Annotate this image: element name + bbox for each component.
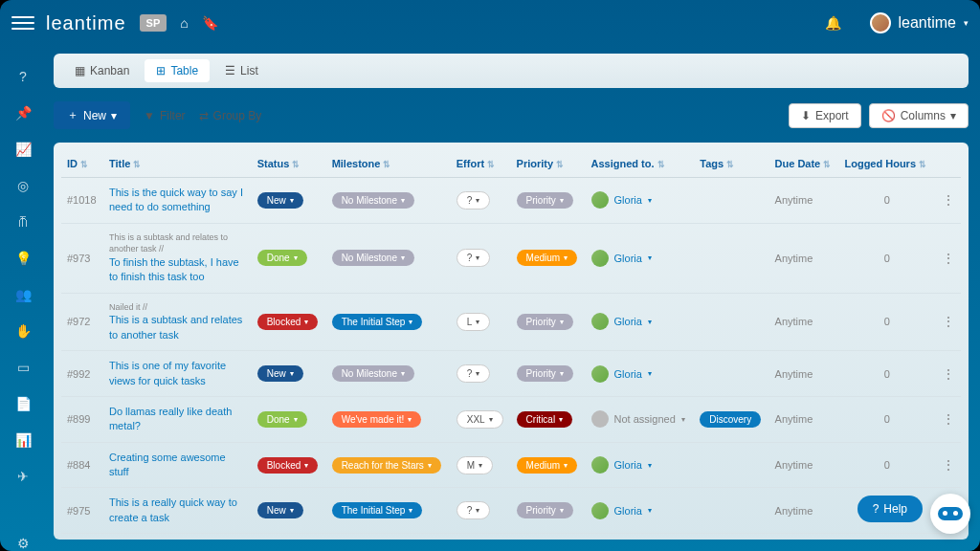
tab-list[interactable]: ☰ List xyxy=(213,59,270,82)
sidebar-doc-icon[interactable]: 📄 xyxy=(15,396,31,411)
effort-pill[interactable]: ? ▾ xyxy=(457,501,491,519)
row-menu-icon[interactable]: ⋮ xyxy=(935,223,961,293)
new-button[interactable]: ＋ New ▾ xyxy=(54,101,130,129)
milestone-pill[interactable]: No Milestone ▾ xyxy=(332,250,414,266)
effort-pill[interactable]: ? ▾ xyxy=(457,191,491,209)
col-milestone[interactable]: Milestone⇅ xyxy=(326,150,451,178)
sidebar-report-icon[interactable]: 📊 xyxy=(15,432,31,448)
assignee-select[interactable]: Gloria ▾ xyxy=(591,250,689,267)
user-menu[interactable]: leantime ▾ xyxy=(870,12,969,33)
col-id[interactable]: ID⇅ xyxy=(61,150,103,178)
status-pill[interactable]: New ▾ xyxy=(257,192,303,209)
sidebar-bulb-icon[interactable]: 💡 xyxy=(15,251,31,266)
bookmark-icon[interactable]: 🔖 xyxy=(202,15,218,31)
cell-due[interactable]: Anytime xyxy=(769,293,839,350)
effort-pill[interactable]: ? ▾ xyxy=(457,249,491,267)
col-status[interactable]: Status⇅ xyxy=(252,150,326,178)
col-assigned[interactable]: Assigned to.⇅ xyxy=(586,150,695,178)
milestone-pill[interactable]: No Milestone ▾ xyxy=(332,192,414,209)
export-button[interactable]: ⬇ Export xyxy=(789,103,861,128)
tag-pill[interactable]: Discovery xyxy=(700,411,761,428)
status-pill[interactable]: New ▾ xyxy=(257,365,303,382)
cell-title[interactable]: This is a really quick way to create a t… xyxy=(103,488,252,534)
sidebar-people-icon[interactable]: 👥 xyxy=(15,287,31,302)
status-pill[interactable]: Blocked ▾ xyxy=(257,314,319,330)
col-tags[interactable]: Tags⇅ xyxy=(694,150,768,178)
cell-title[interactable]: This is the quick way to say I need to d… xyxy=(103,178,252,224)
cell-title[interactable]: Creating some awesome stuff xyxy=(103,442,252,488)
milestone-pill[interactable]: The Initial Step ▾ xyxy=(332,502,423,518)
assignee-select[interactable]: Gloria ▾ xyxy=(591,313,689,330)
status-pill[interactable]: Blocked ▾ xyxy=(257,457,319,474)
milestone-pill[interactable]: We've made it! ▾ xyxy=(332,411,422,428)
effort-pill[interactable]: L ▾ xyxy=(457,313,491,331)
assignee-select[interactable]: Gloria ▾ xyxy=(591,502,689,519)
col-logged[interactable]: Logged Hours⇅ xyxy=(838,150,935,178)
milestone-pill[interactable]: The Initial Step ▾ xyxy=(332,314,423,330)
columns-button[interactable]: 🚫 Columns ▾ xyxy=(869,103,969,128)
cell-due[interactable]: Anytime xyxy=(769,351,839,397)
effort-pill[interactable]: ? ▾ xyxy=(457,364,491,383)
workspace-badge[interactable]: SP xyxy=(140,14,167,32)
sidebar-book-icon[interactable]: ▭ xyxy=(15,360,31,375)
cell-due[interactable]: Anytime xyxy=(769,223,839,293)
assignee-select[interactable]: Gloria ▾ xyxy=(591,191,689,209)
sidebar-pin-icon[interactable]: 📌 xyxy=(15,105,31,121)
tab-table[interactable]: ⊞ Table xyxy=(145,59,210,82)
row-menu-icon[interactable]: ⋮ xyxy=(935,178,961,224)
priority-pill[interactable]: Medium ▾ xyxy=(517,250,578,266)
filter-button[interactable]: ▼ Filter xyxy=(144,109,186,122)
priority-pill[interactable]: Priority ▾ xyxy=(517,314,573,330)
col-due[interactable]: Due Date⇅ xyxy=(769,150,839,178)
cell-title[interactable]: Do llamas really like death metal? xyxy=(103,396,252,442)
status-pill[interactable]: New ▾ xyxy=(257,502,303,518)
sidebar-send-icon[interactable]: ✈ xyxy=(15,469,31,484)
status-pill[interactable]: Done ▾ xyxy=(257,250,307,266)
row-menu-icon[interactable]: ⋮ xyxy=(935,293,961,350)
row-menu-icon[interactable]: ⋮ xyxy=(935,351,961,397)
sidebar-flow-icon[interactable]: ⫚ xyxy=(15,214,31,230)
sidebar-settings-icon[interactable]: ⚙ xyxy=(15,536,31,551)
row-menu-icon[interactable]: ⋮ xyxy=(935,396,961,442)
priority-pill[interactable]: Priority ▾ xyxy=(517,365,573,382)
tab-kanban[interactable]: ▦ Kanban xyxy=(63,59,141,82)
avatar xyxy=(591,410,609,428)
assignee-select[interactable]: Not assigned ▾ xyxy=(591,410,689,428)
col-effort[interactable]: Effort⇅ xyxy=(451,150,511,178)
effort-pill[interactable]: XXL ▾ xyxy=(457,410,503,429)
sidebar-help-icon[interactable]: ? xyxy=(15,69,31,84)
assignee-select[interactable]: Gloria ▾ xyxy=(591,365,689,383)
home-icon[interactable]: ⌂ xyxy=(180,15,188,31)
priority-pill[interactable]: Medium ▾ xyxy=(517,457,578,474)
cell-due[interactable]: Anytime xyxy=(769,442,839,488)
col-title[interactable]: Title⇅ xyxy=(103,150,252,178)
priority-pill[interactable]: Priority ▾ xyxy=(517,502,573,518)
avatar xyxy=(591,313,609,330)
col-priority[interactable]: Priority⇅ xyxy=(511,150,586,178)
priority-pill[interactable]: Critical ▾ xyxy=(517,411,573,428)
cell-due[interactable]: Anytime xyxy=(769,396,839,442)
cell-title[interactable]: This is one of my favorite views for qui… xyxy=(103,351,252,397)
status-pill[interactable]: Done ▾ xyxy=(257,411,307,428)
hamburger-menu[interactable] xyxy=(11,11,34,34)
cell-due[interactable]: Anytime xyxy=(769,488,839,534)
total-hours: 0 xyxy=(838,534,935,540)
chat-widget[interactable] xyxy=(930,494,970,534)
groupby-button[interactable]: ⇄ Group By xyxy=(199,109,262,122)
assignee-select[interactable]: Gloria ▾ xyxy=(591,456,689,474)
sidebar-hand-icon[interactable]: ✋ xyxy=(15,323,31,339)
sidebar-target-icon[interactable]: ◎ xyxy=(15,178,31,193)
priority-pill[interactable]: Priority ▾ xyxy=(517,192,573,209)
sidebar-chart-icon[interactable]: 📈 xyxy=(15,142,31,157)
view-tabs: ▦ Kanban ⊞ Table ☰ List xyxy=(54,54,969,88)
milestone-pill[interactable]: Reach for the Stars ▾ xyxy=(332,457,441,474)
bell-icon[interactable]: 🔔 xyxy=(825,15,841,31)
user-name: leantime xyxy=(899,14,956,32)
help-button[interactable]: ? Help xyxy=(858,496,923,522)
row-menu-icon[interactable]: ⋮ xyxy=(935,442,961,488)
effort-pill[interactable]: M ▾ xyxy=(457,456,493,474)
cell-title[interactable]: Nailed it //This is a subtask and relate… xyxy=(103,293,252,350)
cell-title[interactable]: This is a subtask and relates to another… xyxy=(103,223,252,293)
milestone-pill[interactable]: No Milestone ▾ xyxy=(332,365,414,382)
cell-due[interactable]: Anytime xyxy=(769,178,839,224)
